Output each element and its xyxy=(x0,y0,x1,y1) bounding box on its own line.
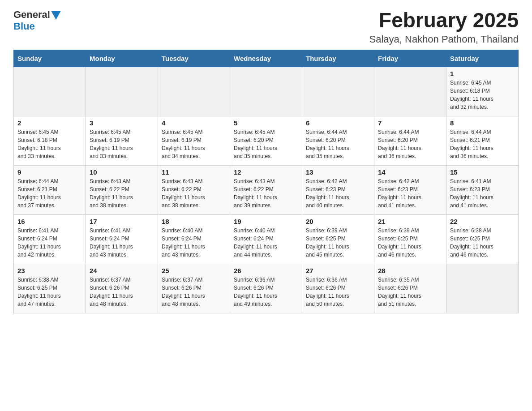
day-info: Sunrise: 6:41 AM Sunset: 6:24 PM Dayligh… xyxy=(17,227,82,259)
day-info: Sunrise: 6:37 AM Sunset: 6:26 PM Dayligh… xyxy=(162,276,226,308)
calendar-cell-w4-d3: 19Sunrise: 6:40 AM Sunset: 6:24 PM Dayli… xyxy=(230,214,302,264)
day-info: Sunrise: 6:41 AM Sunset: 6:23 PM Dayligh… xyxy=(450,177,515,210)
day-number: 22 xyxy=(450,218,515,225)
day-info: Sunrise: 6:44 AM Sunset: 6:21 PM Dayligh… xyxy=(17,177,82,210)
day-number: 14 xyxy=(378,168,442,176)
calendar-week-2: 2Sunrise: 6:45 AM Sunset: 6:18 PM Daylig… xyxy=(14,116,519,165)
weekday-header-sunday: Sunday xyxy=(14,50,86,67)
day-number: 17 xyxy=(90,218,154,225)
calendar-title: February 2025 xyxy=(369,9,519,32)
logo-triangle-icon xyxy=(51,11,61,20)
calendar-cell-w1-d1 xyxy=(86,67,158,116)
day-number: 2 xyxy=(17,119,82,127)
day-number: 7 xyxy=(378,119,442,127)
day-info: Sunrise: 6:37 AM Sunset: 6:26 PM Dayligh… xyxy=(90,276,154,308)
calendar-cell-w1-d3 xyxy=(230,67,302,116)
calendar-cell-w2-d1: 3Sunrise: 6:45 AM Sunset: 6:19 PM Daylig… xyxy=(86,116,158,165)
day-info: Sunrise: 6:44 AM Sunset: 6:20 PM Dayligh… xyxy=(306,128,370,160)
calendar-cell-w1-d5 xyxy=(374,67,446,116)
day-number: 8 xyxy=(450,119,515,127)
day-number: 5 xyxy=(234,119,298,127)
day-info: Sunrise: 6:38 AM Sunset: 6:25 PM Dayligh… xyxy=(17,276,82,308)
day-info: Sunrise: 6:45 AM Sunset: 6:18 PM Dayligh… xyxy=(17,128,82,160)
day-info: Sunrise: 6:39 AM Sunset: 6:25 PM Dayligh… xyxy=(378,227,442,259)
calendar-cell-w2-d6: 8Sunrise: 6:44 AM Sunset: 6:21 PM Daylig… xyxy=(446,116,519,165)
day-number: 1 xyxy=(450,70,515,77)
weekday-header-wednesday: Wednesday xyxy=(230,50,302,67)
day-number: 25 xyxy=(162,267,226,274)
calendar-cell-w3-d2: 11Sunrise: 6:43 AM Sunset: 6:22 PM Dayli… xyxy=(158,165,230,214)
day-number: 13 xyxy=(306,168,370,176)
day-number: 6 xyxy=(306,119,370,127)
page-header: General Blue February 2025 Salaya, Nakho… xyxy=(13,9,519,45)
day-number: 20 xyxy=(306,218,370,225)
calendar-subtitle: Salaya, Nakhon Pathom, Thailand xyxy=(369,34,519,45)
calendar-cell-w5-d4: 27Sunrise: 6:36 AM Sunset: 6:26 PM Dayli… xyxy=(302,264,374,313)
day-info: Sunrise: 6:43 AM Sunset: 6:22 PM Dayligh… xyxy=(90,177,154,210)
calendar-cell-w5-d0: 23Sunrise: 6:38 AM Sunset: 6:25 PM Dayli… xyxy=(14,264,86,313)
weekday-header-tuesday: Tuesday xyxy=(158,50,230,67)
weekday-header-row: SundayMondayTuesdayWednesdayThursdayFrid… xyxy=(14,50,519,67)
day-number: 28 xyxy=(378,267,442,274)
calendar-cell-w3-d6: 15Sunrise: 6:41 AM Sunset: 6:23 PM Dayli… xyxy=(446,165,519,214)
calendar-cell-w4-d6: 22Sunrise: 6:38 AM Sunset: 6:25 PM Dayli… xyxy=(446,214,519,264)
calendar-cell-w5-d6 xyxy=(446,264,519,313)
day-info: Sunrise: 6:42 AM Sunset: 6:23 PM Dayligh… xyxy=(306,177,370,210)
logo: General Blue xyxy=(13,9,61,32)
day-number: 19 xyxy=(234,218,298,225)
day-info: Sunrise: 6:36 AM Sunset: 6:26 PM Dayligh… xyxy=(306,276,370,308)
day-number: 4 xyxy=(162,119,226,127)
day-info: Sunrise: 6:44 AM Sunset: 6:20 PM Dayligh… xyxy=(378,128,442,160)
day-number: 21 xyxy=(378,218,442,225)
day-info: Sunrise: 6:43 AM Sunset: 6:22 PM Dayligh… xyxy=(162,177,226,210)
calendar-cell-w4-d1: 17Sunrise: 6:41 AM Sunset: 6:24 PM Dayli… xyxy=(86,214,158,264)
day-number: 15 xyxy=(450,168,515,176)
day-info: Sunrise: 6:44 AM Sunset: 6:21 PM Dayligh… xyxy=(450,128,515,160)
logo-blue-text: Blue xyxy=(13,21,35,32)
day-number: 16 xyxy=(17,218,82,225)
calendar-week-3: 9Sunrise: 6:44 AM Sunset: 6:21 PM Daylig… xyxy=(14,165,519,214)
calendar-week-1: 1Sunrise: 6:45 AM Sunset: 6:18 PM Daylig… xyxy=(14,67,519,116)
title-block: February 2025 Salaya, Nakhon Pathom, Tha… xyxy=(369,9,519,45)
calendar-cell-w2-d2: 4Sunrise: 6:45 AM Sunset: 6:19 PM Daylig… xyxy=(158,116,230,165)
calendar-cell-w1-d0 xyxy=(14,67,86,116)
calendar-cell-w2-d3: 5Sunrise: 6:45 AM Sunset: 6:20 PM Daylig… xyxy=(230,116,302,165)
day-number: 26 xyxy=(234,267,298,274)
calendar-cell-w3-d4: 13Sunrise: 6:42 AM Sunset: 6:23 PM Dayli… xyxy=(302,165,374,214)
calendar-cell-w2-d4: 6Sunrise: 6:44 AM Sunset: 6:20 PM Daylig… xyxy=(302,116,374,165)
day-number: 23 xyxy=(17,267,82,274)
day-number: 24 xyxy=(90,267,154,274)
weekday-header-monday: Monday xyxy=(86,50,158,67)
day-info: Sunrise: 6:43 AM Sunset: 6:22 PM Dayligh… xyxy=(234,177,298,210)
weekday-header-saturday: Saturday xyxy=(446,50,519,67)
calendar-cell-w3-d1: 10Sunrise: 6:43 AM Sunset: 6:22 PM Dayli… xyxy=(86,165,158,214)
svg-marker-0 xyxy=(51,11,61,20)
day-number: 27 xyxy=(306,267,370,274)
calendar-cell-w4-d2: 18Sunrise: 6:40 AM Sunset: 6:24 PM Dayli… xyxy=(158,214,230,264)
day-info: Sunrise: 6:36 AM Sunset: 6:26 PM Dayligh… xyxy=(234,276,298,308)
calendar-table: SundayMondayTuesdayWednesdayThursdayFrid… xyxy=(13,50,519,313)
day-info: Sunrise: 6:45 AM Sunset: 6:19 PM Dayligh… xyxy=(90,128,154,160)
day-info: Sunrise: 6:38 AM Sunset: 6:25 PM Dayligh… xyxy=(450,227,515,259)
day-info: Sunrise: 6:39 AM Sunset: 6:25 PM Dayligh… xyxy=(306,227,370,259)
day-info: Sunrise: 6:42 AM Sunset: 6:23 PM Dayligh… xyxy=(378,177,442,210)
calendar-cell-w1-d4 xyxy=(302,67,374,116)
calendar-cell-w3-d3: 12Sunrise: 6:43 AM Sunset: 6:22 PM Dayli… xyxy=(230,165,302,214)
day-number: 12 xyxy=(234,168,298,176)
calendar-cell-w5-d5: 28Sunrise: 6:35 AM Sunset: 6:26 PM Dayli… xyxy=(374,264,446,313)
calendar-cell-w3-d5: 14Sunrise: 6:42 AM Sunset: 6:23 PM Dayli… xyxy=(374,165,446,214)
calendar-body: 1Sunrise: 6:45 AM Sunset: 6:18 PM Daylig… xyxy=(14,67,519,313)
day-info: Sunrise: 6:41 AM Sunset: 6:24 PM Dayligh… xyxy=(90,227,154,259)
calendar-cell-w5-d1: 24Sunrise: 6:37 AM Sunset: 6:26 PM Dayli… xyxy=(86,264,158,313)
day-number: 11 xyxy=(162,168,226,176)
calendar-cell-w2-d5: 7Sunrise: 6:44 AM Sunset: 6:20 PM Daylig… xyxy=(374,116,446,165)
logo-general-text: General xyxy=(13,9,50,21)
day-number: 10 xyxy=(90,168,154,176)
calendar-cell-w4-d4: 20Sunrise: 6:39 AM Sunset: 6:25 PM Dayli… xyxy=(302,214,374,264)
weekday-header-friday: Friday xyxy=(374,50,446,67)
calendar-cell-w1-d2 xyxy=(158,67,230,116)
calendar-cell-w1-d6: 1Sunrise: 6:45 AM Sunset: 6:18 PM Daylig… xyxy=(446,67,519,116)
calendar-week-4: 16Sunrise: 6:41 AM Sunset: 6:24 PM Dayli… xyxy=(14,214,519,264)
calendar-cell-w4-d0: 16Sunrise: 6:41 AM Sunset: 6:24 PM Dayli… xyxy=(14,214,86,264)
calendar-cell-w5-d2: 25Sunrise: 6:37 AM Sunset: 6:26 PM Dayli… xyxy=(158,264,230,313)
